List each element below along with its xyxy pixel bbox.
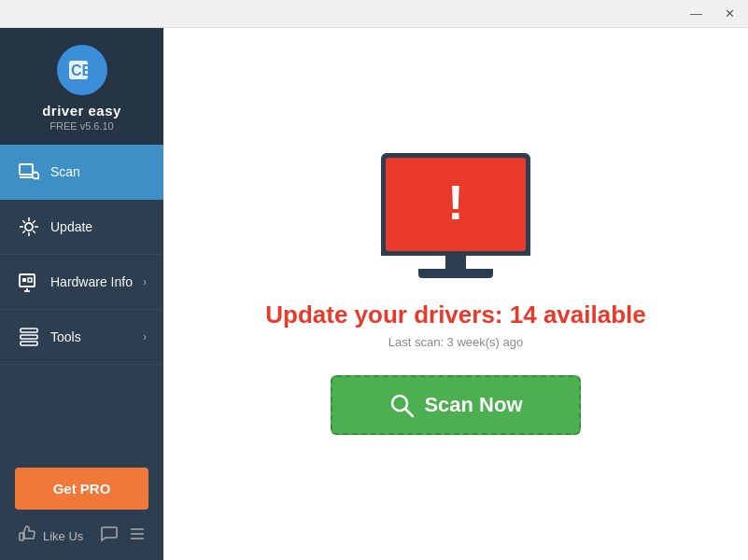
sidebar-item-tools[interactable]: Tools ›	[0, 310, 163, 365]
like-us-label: Like Us	[43, 529, 83, 543]
svg-rect-9	[28, 278, 32, 282]
last-scan-text: Last scan: 3 week(s) ago	[388, 335, 524, 349]
update-icon	[17, 215, 41, 239]
svg-line-20	[405, 409, 413, 416]
scan-now-icon-svg	[388, 392, 415, 418]
alert-title: Update your drivers: 14 available	[265, 301, 646, 329]
svg-point-6	[25, 223, 33, 231]
hardware-info-arrow: ›	[143, 275, 147, 288]
get-pro-section: Get PRO	[0, 458, 163, 515]
svg-rect-14	[21, 342, 37, 345]
chat-icon-svg	[100, 525, 119, 543]
scan-icon	[17, 160, 41, 184]
thumbs-up-svg	[17, 525, 35, 543]
tools-icon-svg	[19, 327, 39, 347]
svg-line-5	[38, 178, 40, 180]
monitor-screen: !	[386, 158, 526, 251]
title-bar: — ✕	[0, 0, 748, 28]
sidebar-item-update[interactable]: Update	[0, 200, 163, 255]
sidebar-item-hardware-info[interactable]: Hardware Info ›	[0, 255, 163, 310]
nav-items: Scan Update	[0, 145, 163, 458]
footer-icons	[100, 525, 147, 547]
scan-now-button[interactable]: Scan Now	[331, 375, 580, 435]
update-icon-svg	[19, 217, 39, 237]
hardware-info-icon	[17, 270, 41, 294]
monitor-base	[418, 269, 493, 278]
main-content: ! Update your drivers: 14 available Last…	[163, 28, 748, 560]
scan-icon-svg	[19, 161, 39, 182]
get-pro-button[interactable]: Get PRO	[15, 468, 148, 510]
hardware-icon-svg	[19, 272, 39, 292]
app-logo: CE	[57, 45, 107, 95]
list-icon[interactable]	[128, 525, 147, 547]
tools-label: Tools	[50, 329, 143, 344]
sidebar: CE driver easy FREE v5.6.10 Scan	[0, 28, 163, 560]
minimize-button[interactable]: —	[684, 5, 708, 22]
hardware-info-label: Hardware Info	[50, 274, 143, 289]
scan-label: Scan	[50, 164, 147, 179]
svg-point-4	[33, 173, 39, 179]
app-version: FREE v5.6.10	[49, 120, 113, 132]
update-label: Update	[50, 219, 147, 234]
main-layout: CE driver easy FREE v5.6.10 Scan	[0, 28, 748, 560]
app-name: driver easy	[42, 103, 121, 119]
svg-rect-2	[20, 164, 33, 175]
close-button[interactable]: ✕	[719, 5, 741, 22]
monitor-illustration: !	[381, 153, 530, 278]
svg-text:CE: CE	[71, 63, 92, 78]
svg-rect-13	[21, 335, 37, 339]
tools-arrow: ›	[143, 330, 147, 343]
scan-now-icon	[388, 392, 415, 418]
sidebar-item-scan[interactable]: Scan	[0, 145, 163, 200]
scan-now-label: Scan Now	[424, 393, 522, 417]
thumbs-up-icon	[17, 525, 35, 547]
svg-rect-8	[22, 278, 26, 282]
monitor-neck	[445, 256, 466, 269]
chat-icon[interactable]	[100, 525, 119, 547]
logo-icon: CE	[65, 53, 99, 87]
svg-rect-12	[21, 329, 37, 332]
like-us-section[interactable]: Like Us	[17, 525, 83, 547]
list-icon-svg	[128, 525, 147, 543]
exclamation-mark: !	[447, 178, 463, 227]
sidebar-header: CE driver easy FREE v5.6.10	[0, 28, 163, 145]
svg-rect-15	[20, 533, 23, 540]
tools-icon	[17, 325, 41, 349]
sidebar-footer: Like Us	[0, 515, 163, 560]
monitor-outer: !	[381, 153, 530, 256]
